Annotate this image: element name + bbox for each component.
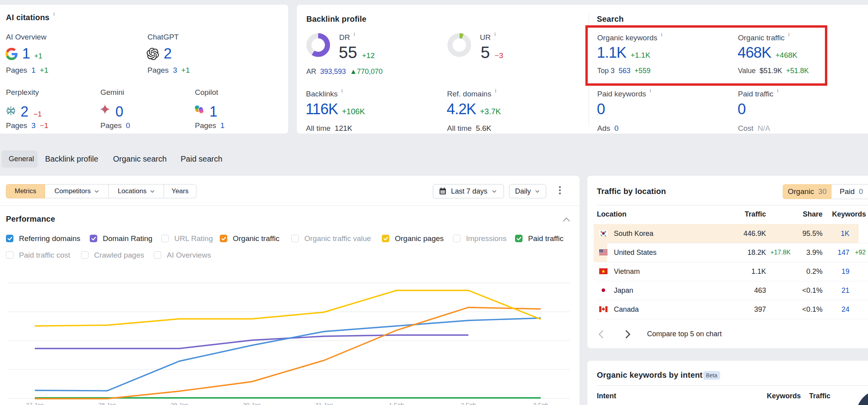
- svg-text:2 Feb: 2 Feb: [461, 401, 476, 405]
- svg-text:28 Jan: 28 Jan: [98, 401, 116, 405]
- svg-text:1 Feb: 1 Feb: [389, 401, 404, 405]
- svg-text:29 Jan: 29 Jan: [170, 401, 188, 405]
- svg-text:30 Jan: 30 Jan: [243, 401, 260, 405]
- svg-text:31 Jan: 31 Jan: [315, 401, 333, 405]
- svg-text:3 Feb: 3 Feb: [533, 401, 548, 405]
- svg-text:27 Jan: 27 Jan: [26, 401, 43, 405]
